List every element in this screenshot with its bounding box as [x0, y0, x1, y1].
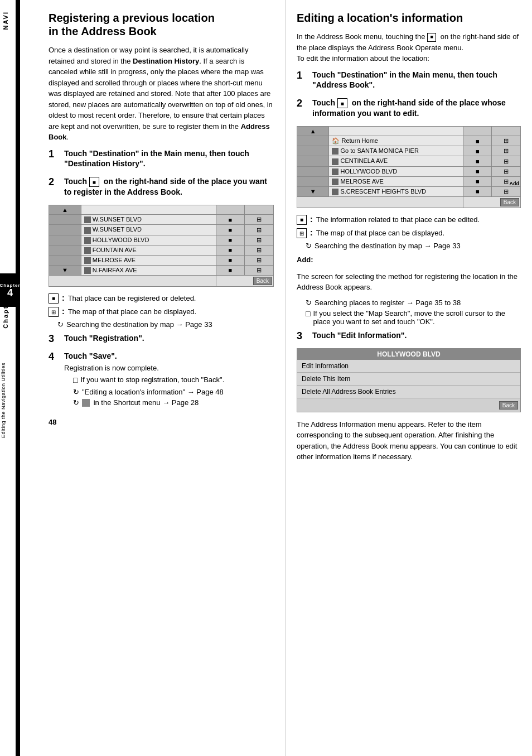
right-step3: 3 Touch "Edit Information". — [297, 330, 521, 343]
table-row-last: ▼ N.FAIRFAX AVE ■ ⊞ — [49, 265, 274, 275]
table-row: HOLLYWOOD BLVD ■ ⊞ — [297, 166, 521, 176]
left-icon1-text: That place can be registered or deleted. — [68, 293, 196, 304]
left-step4: 4 Touch "Save". Registration is now comp… — [49, 351, 274, 409]
right-add-text: The screen for selecting the method for … — [297, 271, 521, 293]
table-row: W.SUNSET BLVD ■ ⊞ — [49, 215, 274, 225]
right-icon2: ⊞ — [297, 228, 307, 238]
left-step1: 1 Touch "Destination" in the Main menu, … — [49, 148, 274, 171]
chapter-number: 4 — [7, 288, 13, 298]
edit-dialog-item-1[interactable]: Edit Information — [297, 360, 520, 373]
left-arrow2: "Editing a location's information" → Pag… — [73, 388, 274, 396]
back-button-right[interactable]: Back — [500, 198, 519, 206]
table-row: HOLLYWOOD BLVD ■ ⊞ — [49, 235, 274, 245]
right-checkbox1: If you select the "Map Search", move the… — [306, 309, 521, 326]
loc-icon — [84, 267, 91, 274]
right-column: Editing a location's information In the … — [286, 0, 532, 756]
edit-dialog-back-button[interactable]: Back — [499, 401, 518, 410]
right-add-label: Add: — [297, 254, 521, 266]
right-step2-icon: ■ — [337, 98, 347, 108]
left-step3-text: Touch "Registration". — [64, 333, 274, 343]
screen-table-row-up: ▲ — [49, 205, 274, 215]
right-title: Editing a location's information — [297, 11, 521, 25]
home-icon: 🏠 — [332, 137, 340, 144]
loc-icon — [332, 189, 338, 195]
left-column: Registering a previous location in the A… — [40, 0, 286, 756]
left-title: Registering a previous location in the A… — [49, 11, 274, 38]
right-screen-table: ▲ 🏠 Return Home ■ ⊞ Go to SANTA MONICA P… — [297, 126, 521, 208]
loc-icon — [332, 179, 338, 185]
loc-icon — [84, 227, 91, 234]
loc-icon — [84, 216, 91, 223]
table-row: Go to SANTA MONICA PIER ■ ⊞ — [297, 146, 521, 156]
edit-dialog-item-2[interactable]: Delete This Item — [297, 373, 520, 386]
shortcut-icon — [82, 399, 90, 407]
loc-icon — [84, 257, 91, 264]
left-step2-number: 2 — [49, 176, 61, 189]
back-button[interactable]: Back — [253, 277, 272, 285]
right-icon1-text: The information related to that place ca… — [316, 215, 480, 225]
left-checkbox1: If you want to stop registration, touch … — [73, 375, 274, 384]
right-icon2-text: The map of that place can be displayed. — [316, 228, 445, 238]
left-step4-text: Touch "Save". — [64, 351, 274, 361]
table-row: 🏠 Return Home ■ ⊞ — [297, 136, 521, 146]
right-icon2-annotation: ⊞ : The map of that place can be display… — [297, 228, 521, 238]
left-step2: 2 Touch ■ on the right-hand side of the … — [49, 176, 274, 199]
table-row: W.SUNSET BLVD ■ ⊞ — [49, 225, 274, 235]
left-icon2: ⊞ — [49, 307, 59, 317]
right-intro-icon: ■ — [427, 33, 436, 42]
left-step2-icon: ■ — [89, 177, 99, 187]
left-intro-text2: . If a search is canceled while still in… — [49, 57, 273, 131]
right-arrow2: Searching places to register → Page 35 t… — [306, 298, 521, 307]
left-step3-number: 3 — [49, 333, 61, 345]
left-step4-number: 4 — [49, 351, 61, 363]
table-row-back: Back — [49, 275, 274, 286]
left-icon2-text: The map of that place can be displayed. — [68, 307, 197, 317]
right-step1: 1 Touch "Destination" in the Main menu, … — [297, 70, 521, 92]
left-step1-number: 1 — [49, 148, 61, 161]
left-intro-para: Once a destination or way point is searc… — [49, 45, 274, 143]
left-title-line1: Registering a previous location — [49, 12, 215, 24]
right-step2-number: 2 — [297, 98, 309, 110]
edit-dialog: HOLLYWOOD BLVD Edit Information Delete T… — [297, 348, 521, 412]
left-save-sub: Registration is now complete. — [64, 364, 274, 373]
right-step1-text: Touch "Destination" in the Main menu, th… — [312, 70, 521, 90]
loc-icon — [84, 237, 91, 244]
table-row-back: Back — [297, 196, 521, 208]
edit-dialog-item-3[interactable]: Delete All Address Book Entries — [297, 386, 520, 398]
left-step1-text: Touch "Destination" in the Main menu, th… — [64, 148, 274, 168]
left-arrow3: in the Shortcut menu → Page 28 — [73, 398, 274, 407]
loc-icon — [332, 168, 338, 175]
table-row: MELROSE AVE ■ ⊞ — [49, 255, 274, 265]
table-row: MELROSE AVE ■ ⊞ Add — [297, 176, 521, 186]
sidebar-editing-label: Editing the Navigation Utilities — [1, 363, 6, 438]
edit-dialog-footer: Back — [297, 398, 520, 412]
right-step2-text: Touch ■ on the right-hand side of the pl… — [312, 98, 521, 118]
right-add-bold: Add: — [297, 256, 313, 264]
table-row: CENTINELA AVE ■ ⊞ — [297, 156, 521, 166]
sidebar-navi-label: NAVI — [2, 11, 9, 30]
right-step3-number: 3 — [297, 330, 309, 343]
loc-icon — [332, 148, 338, 155]
loc-icon — [84, 247, 91, 254]
right-step3-text: Touch "Edit Information". — [312, 330, 521, 340]
right-icon1: ■ — [297, 215, 307, 225]
right-step2: 2 Touch ■ on the right-hand side of the … — [297, 98, 521, 121]
right-step1-number: 1 — [297, 70, 309, 82]
left-intro-bold: Destination History — [133, 57, 199, 65]
page-number: 48 — [49, 418, 274, 426]
edit-dialog-header: HOLLYWOOD BLVD — [297, 349, 520, 360]
add-label: Add — [510, 181, 520, 186]
left-title-line2: in the Address Book — [49, 25, 157, 37]
left-icon1: ■ — [49, 293, 59, 304]
left-icon2-annotation: ⊞ : The map of that place can be display… — [49, 307, 274, 317]
left-screen-table: ▲ W.SUNSET BLVD ■ ⊞ W.SUNSET BLVD — [49, 205, 274, 287]
left-intro-text3: . — [67, 133, 69, 141]
left-step3: 3 Touch "Registration". — [49, 333, 274, 345]
left-icon1-annotation: ■ : That place can be registered or dele… — [49, 293, 274, 304]
screen-table-row-up: ▲ — [297, 127, 521, 136]
right-icon1-annotation: ■ : The information related to that plac… — [297, 215, 521, 225]
table-row-last: ▼ S.CRESCENT HEIGHTS BLVD ■ ⊞ — [297, 186, 521, 196]
chapter-box: Chapter 4 — [0, 273, 20, 307]
right-closing: The Address Information menu appears. Re… — [297, 419, 521, 463]
right-arrow1: Searching the destination by map → Page … — [306, 242, 521, 250]
